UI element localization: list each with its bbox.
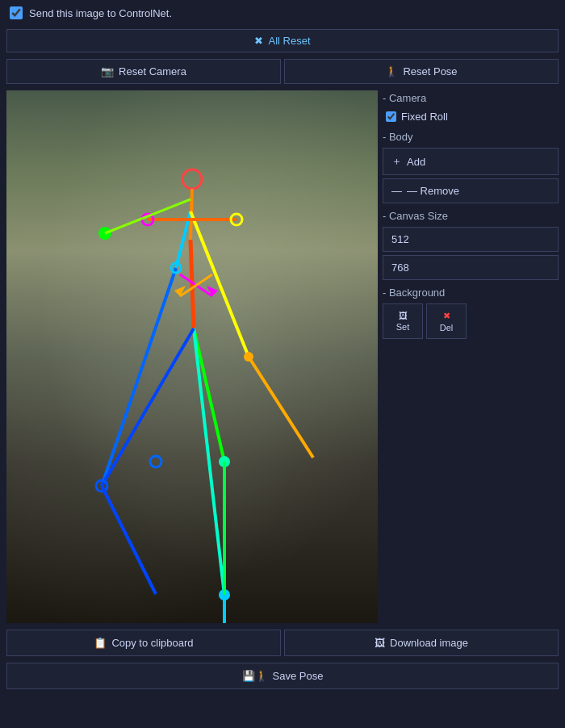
background-section: - Background 🖼 Set ✖ Del xyxy=(383,285,559,339)
top-bar: Send this image to ControlNet. xyxy=(0,0,565,26)
fixed-roll-row: Fixed Roll xyxy=(383,109,559,124)
download-label: Download image xyxy=(390,637,468,649)
svg-line-7 xyxy=(194,328,224,462)
all-reset-row: ✖ All Reset xyxy=(0,26,565,56)
add-label: Add xyxy=(407,156,425,168)
bg-del-icon: ✖ xyxy=(443,311,450,321)
background-label: - Background xyxy=(383,285,559,300)
reset-camera-button[interactable]: 📷 Reset Camera xyxy=(6,59,281,84)
main-area: - Camera Fixed Roll - Body ＋ Add — — Rem… xyxy=(0,87,565,626)
reset-pose-button[interactable]: 🚶 Reset Pose xyxy=(284,59,559,84)
canvas-height-input[interactable] xyxy=(383,255,559,280)
bg-del-button[interactable]: ✖ Del xyxy=(426,303,467,339)
download-image-button[interactable]: 🖼 Download image xyxy=(284,630,559,656)
send-to-controlnet-checkbox[interactable] xyxy=(10,6,23,19)
send-to-controlnet-label: Send this image to ControlNet. xyxy=(29,7,172,19)
canvas-area[interactable] xyxy=(6,90,378,623)
bg-set-icon: 🖼 xyxy=(399,311,408,320)
save-pose-row: 💾🚶 Save Pose xyxy=(0,659,565,692)
remove-label: — Remove xyxy=(407,185,459,197)
camera-label: - Camera xyxy=(383,90,559,106)
bg-del-label: Del xyxy=(440,323,454,333)
add-icon: ＋ xyxy=(391,154,402,169)
canvas-width-input[interactable] xyxy=(383,227,559,252)
copy-icon: 📋 xyxy=(94,637,107,649)
download-icon: 🖼 xyxy=(375,637,385,649)
reset-pose-label: Reset Pose xyxy=(403,65,457,77)
copy-label: Copy to clipboard xyxy=(111,637,193,649)
all-reset-label: All Reset xyxy=(268,35,310,47)
skeleton-svg[interactable] xyxy=(6,90,378,623)
save-pose-button[interactable]: 💾🚶 Save Pose xyxy=(6,663,559,689)
remove-icon: — xyxy=(391,185,402,197)
bg-set-button[interactable]: 🖼 Set xyxy=(383,303,423,339)
all-reset-icon: ✖ xyxy=(254,35,263,47)
fixed-roll-checkbox[interactable] xyxy=(386,111,396,122)
reset-pose-icon: 🚶 xyxy=(385,65,398,77)
right-panel: - Camera Fixed Roll - Body ＋ Add — — Rem… xyxy=(383,90,559,623)
bottom-buttons: 📋 Copy to clipboard 🖼 Download image xyxy=(0,626,565,659)
svg-line-28 xyxy=(105,199,190,233)
svg-line-23 xyxy=(102,486,156,594)
reset-buttons-row: 📷 Reset Camera 🚶 Reset Pose xyxy=(0,56,565,87)
all-reset-button[interactable]: ✖ All Reset xyxy=(6,29,559,52)
canvas-size-label: - Canvas Size xyxy=(383,208,559,224)
remove-button[interactable]: — — Remove xyxy=(383,178,559,203)
bg-set-label: Set xyxy=(396,322,410,332)
save-pose-icon: 💾🚶 xyxy=(242,670,268,682)
canvas-size-section: - Canvas Size xyxy=(383,208,559,280)
camera-section: - Camera Fixed Roll xyxy=(383,90,559,124)
copy-to-clipboard-button[interactable]: 📋 Copy to clipboard xyxy=(6,630,281,656)
svg-point-16 xyxy=(150,456,161,467)
background-buttons: 🖼 Set ✖ Del xyxy=(383,303,559,339)
add-button[interactable]: ＋ Add xyxy=(383,148,559,175)
body-section: - Body ＋ Add — — Remove xyxy=(383,129,559,203)
svg-point-15 xyxy=(244,352,253,362)
svg-line-5 xyxy=(249,357,313,458)
reset-camera-icon: 📷 xyxy=(101,65,114,77)
body-label: - Body xyxy=(383,129,559,144)
reset-camera-label: Reset Camera xyxy=(119,65,186,77)
save-pose-label: Save Pose xyxy=(273,670,324,682)
fixed-roll-label: Fixed Roll xyxy=(401,111,448,123)
svg-point-0 xyxy=(182,169,202,189)
